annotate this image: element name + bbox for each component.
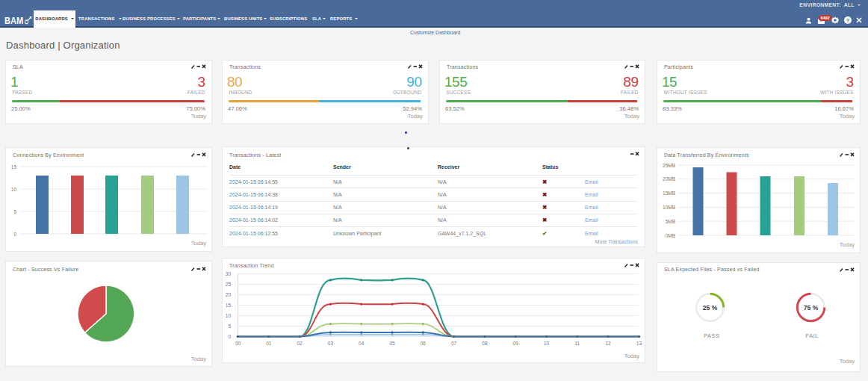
svg-text:12: 12 xyxy=(605,341,611,346)
svg-text:01: 01 xyxy=(266,341,272,346)
svg-text:10MB: 10MB xyxy=(663,205,675,210)
svg-text:5: 5 xyxy=(228,323,231,328)
svg-text:11: 11 xyxy=(574,341,580,346)
svg-text:03: 03 xyxy=(328,341,334,346)
svg-text:15: 15 xyxy=(11,164,17,170)
svg-text:0: 0 xyxy=(228,333,231,338)
svg-text:20MB: 20MB xyxy=(663,176,675,182)
svg-text:0MB: 0MB xyxy=(666,233,675,238)
svg-text:06: 06 xyxy=(421,341,427,346)
svg-text:04: 04 xyxy=(359,341,365,346)
svg-text:02: 02 xyxy=(297,341,303,346)
svg-text:08: 08 xyxy=(482,341,488,346)
svg-text:10: 10 xyxy=(226,312,232,318)
svg-text:25: 25 xyxy=(226,281,232,286)
svg-text:15MB: 15MB xyxy=(663,190,675,196)
svg-text:25 %: 25 % xyxy=(703,304,718,312)
svg-text:07: 07 xyxy=(451,341,457,346)
svg-text:00: 00 xyxy=(235,341,241,346)
svg-text:10: 10 xyxy=(544,341,550,346)
svg-text:5MB: 5MB xyxy=(666,219,675,224)
svg-text:05: 05 xyxy=(389,341,395,346)
svg-text:0: 0 xyxy=(13,232,16,237)
svg-text:30: 30 xyxy=(226,270,232,276)
svg-text:20: 20 xyxy=(226,291,232,297)
svg-text:?: ? xyxy=(846,17,850,24)
svg-text:09: 09 xyxy=(513,341,519,346)
svg-text:25MB: 25MB xyxy=(663,163,675,168)
svg-text:75 %: 75 % xyxy=(804,304,819,312)
svg-text:10: 10 xyxy=(11,187,17,192)
svg-text:13: 13 xyxy=(636,341,642,346)
svg-text:5: 5 xyxy=(13,209,16,214)
svg-text:15: 15 xyxy=(226,302,232,307)
